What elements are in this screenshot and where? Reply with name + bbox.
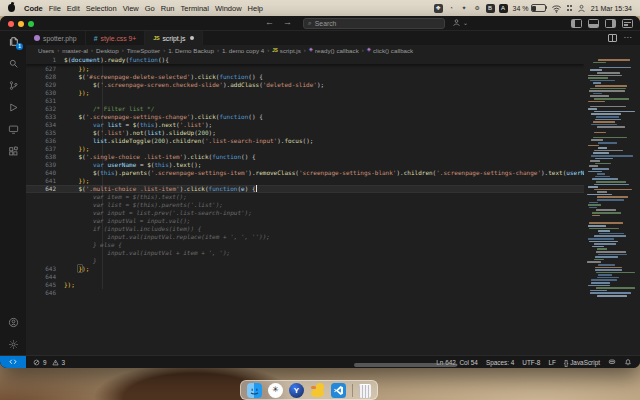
menubar-item-terminal[interactable]: Terminal xyxy=(181,4,209,13)
breadcrumb-item[interactable]: Users xyxy=(38,47,54,54)
control-center-icon[interactable] xyxy=(567,5,572,10)
code-line[interactable]: } xyxy=(26,257,640,265)
dock-item-vscode[interactable] xyxy=(331,383,346,398)
code-line[interactable]: var list = $(this).parents('.list'); xyxy=(26,201,640,209)
encoding[interactable]: UTF-8 xyxy=(522,359,540,366)
toggle-primary-sidebar-icon[interactable] xyxy=(571,19,582,28)
minimap[interactable] xyxy=(584,55,640,355)
breadcrumb-item[interactable]: 1. demo copy 4 xyxy=(222,47,264,54)
breadcrumb-item[interactable]: ◈ready() callback xyxy=(309,47,359,54)
menubar-item-edit[interactable]: Edit xyxy=(67,4,80,13)
explorer-icon[interactable]: 1 xyxy=(0,35,26,48)
zoom-window-button[interactable] xyxy=(28,21,34,27)
dock-item-cyberduck[interactable] xyxy=(310,383,325,398)
accounts-icon[interactable] xyxy=(0,316,26,329)
code-line[interactable]: 637 }); xyxy=(26,145,640,153)
code-lines[interactable]: 627 });628 $('#screenpage-delete-selecte… xyxy=(26,65,640,297)
breadcrumb-item[interactable]: ◈click() callback xyxy=(367,47,413,54)
search-sidebar-icon[interactable] xyxy=(0,57,26,70)
menubar-item-selection[interactable]: Selection xyxy=(86,4,117,13)
split-editor-icon[interactable] xyxy=(608,34,617,42)
remote-explorer-icon[interactable] xyxy=(0,123,26,136)
code-line[interactable]: input.val(inputVal + item + ', '); xyxy=(26,249,640,257)
menubar-item-run[interactable]: Run xyxy=(161,4,175,13)
wifi-icon[interactable] xyxy=(551,4,562,13)
menubar-app-name[interactable]: Code xyxy=(24,4,43,13)
tab-script.js[interactable]: JSscript.js xyxy=(145,31,203,45)
app-icon-b[interactable]: B xyxy=(486,4,495,13)
dock-item-y-browser[interactable]: Y xyxy=(289,383,304,398)
toggle-panel-icon[interactable] xyxy=(588,19,599,28)
minimize-window-button[interactable] xyxy=(18,21,24,27)
code-line[interactable]: 642 $('.multi-choice .list-item').click(… xyxy=(26,185,640,193)
customize-layout-icon[interactable] xyxy=(622,19,633,28)
sticky-scroll-line[interactable]: 1 $(document).ready(function(){ xyxy=(26,55,584,64)
indentation[interactable]: Spaces: 4 xyxy=(486,359,514,366)
menubar-item-file[interactable]: File xyxy=(49,4,61,13)
toggle-secondary-sidebar-icon[interactable] xyxy=(605,19,616,28)
user-switch-icon[interactable] xyxy=(577,4,586,13)
dock-item-finder[interactable] xyxy=(247,383,262,398)
code-line[interactable]: 628 $('#screenpage-delete-selected').cli… xyxy=(26,73,640,81)
code-line[interactable]: 644 xyxy=(26,273,640,281)
code-line[interactable]: 630 }); xyxy=(26,89,640,97)
code-line[interactable]: if (inputVal.includes(item)) { xyxy=(26,225,640,233)
eol-sequence[interactable]: LF xyxy=(548,359,555,366)
apple-menu-icon[interactable] xyxy=(8,4,15,12)
copilot-icon[interactable] xyxy=(608,358,616,366)
app-icon-a[interactable]: A xyxy=(499,4,508,13)
editor[interactable]: 1 $(document).ready(function(){ 627 });6… xyxy=(26,55,640,355)
code-line[interactable]: var inputVal = input.val(); xyxy=(26,217,640,225)
settings-gear-icon[interactable] xyxy=(0,338,26,351)
app-icon-3[interactable]: ✦ xyxy=(460,4,469,13)
breadcrumb-item[interactable]: 1. Demo Backup xyxy=(168,47,214,54)
navigate-forward-icon[interactable]: → xyxy=(283,17,292,27)
extensions-icon[interactable] xyxy=(0,145,26,158)
code-line[interactable]: 631 xyxy=(26,97,640,105)
breadcrumb-item[interactable]: JSscript.js xyxy=(272,47,301,54)
menubar-item-help[interactable]: Help xyxy=(248,4,263,13)
code-line[interactable]: 633 $('.screenpage-settings-change').cli… xyxy=(26,113,640,121)
remote-indicator[interactable] xyxy=(0,356,26,368)
problems-indicator[interactable]: 9 3 xyxy=(33,359,65,366)
code-line[interactable]: 639 var userName = $(this).text(); xyxy=(26,161,640,169)
source-control-icon[interactable] xyxy=(0,79,26,92)
tab-spotter.php[interactable]: spotter.php xyxy=(26,31,86,45)
run-debug-icon[interactable] xyxy=(0,101,26,114)
code-line[interactable]: 635 $('.list').not(list).slideUp(200); xyxy=(26,129,640,137)
code-line[interactable]: 627 }); xyxy=(26,65,640,73)
code-line[interactable]: 640 $(this).parents('.screenpage-setting… xyxy=(26,169,640,177)
menubar-item-window[interactable]: Window xyxy=(215,4,242,13)
code-line[interactable]: } else { xyxy=(26,241,640,249)
battery-indicator[interactable]: 34 % xyxy=(513,4,546,12)
code-line[interactable]: 646 xyxy=(26,289,640,297)
code-line[interactable]: 634 var list = $(this).next('.list'); xyxy=(26,121,640,129)
code-line[interactable]: 632 /* Filter list */ xyxy=(26,105,640,113)
app-icon-4[interactable]: ⚙ xyxy=(473,4,482,13)
code-line[interactable]: var item = $(this).text(); xyxy=(26,193,640,201)
horizontal-scrollbar-thumb[interactable] xyxy=(354,363,457,367)
code-line[interactable]: input.val(inputVal.replace(item + ', ', … xyxy=(26,233,640,241)
close-window-button[interactable] xyxy=(8,21,14,27)
breadcrumb-item[interactable]: Desktop xyxy=(96,47,119,54)
app-icon-2[interactable]: ◔ xyxy=(447,4,456,13)
code-line[interactable]: var input = list.prev('.list-search-inpu… xyxy=(26,209,640,217)
code-line[interactable]: 638 $('.single-choice .list-item').click… xyxy=(26,153,640,161)
code-line[interactable]: 643 }); xyxy=(26,265,640,273)
menubar-item-view[interactable]: View xyxy=(123,4,139,13)
dock-item-chatgpt[interactable]: ✳ xyxy=(268,383,283,398)
code-line[interactable]: 641 }); xyxy=(26,177,640,185)
tab-style.css[interactable]: #style.css 9+ xyxy=(86,31,146,45)
menubar-clock[interactable]: 21 Mar 15:34 xyxy=(591,5,632,12)
language-mode[interactable]: {} JavaScript xyxy=(564,359,600,366)
code-line[interactable]: 645}); xyxy=(26,281,640,289)
code-line[interactable]: 629 $('.screenpage-screen.checked-slide'… xyxy=(26,81,640,89)
app-icon-1[interactable]: ❖ xyxy=(434,4,443,13)
notifications-bell-icon[interactable] xyxy=(624,358,632,366)
breadcrumb-item[interactable]: TimeSpotter xyxy=(127,47,160,54)
more-actions-icon[interactable]: ⋯ xyxy=(624,34,633,42)
command-center-search[interactable]: ⌕ Search xyxy=(303,18,445,29)
navigate-back-icon[interactable]: ← xyxy=(265,17,274,27)
dock-item-trash[interactable] xyxy=(359,384,371,398)
code-line[interactable]: 636 list.slideToggle(200).children('.lis… xyxy=(26,137,640,145)
